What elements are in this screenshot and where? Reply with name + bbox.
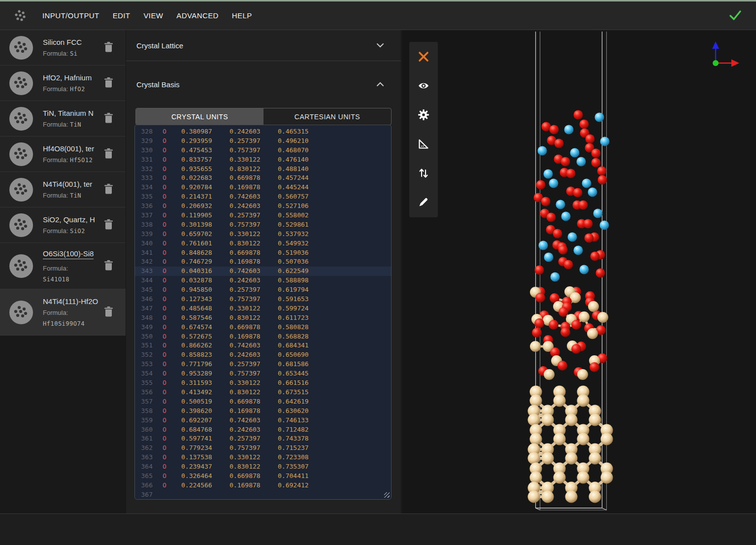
delete-material-button[interactable] xyxy=(102,258,115,274)
delete-material-button[interactable] xyxy=(102,75,115,91)
silicon-atom[interactable] xyxy=(530,395,542,407)
oxygen-atom[interactable] xyxy=(534,318,544,328)
silicon-atom[interactable] xyxy=(542,414,554,426)
oxygen-atom[interactable] xyxy=(532,328,542,338)
oxygen-atom[interactable] xyxy=(541,197,551,206)
oxygen-atom[interactable] xyxy=(596,269,605,278)
delete-material-button[interactable] xyxy=(102,146,115,162)
axes-orientation-widget[interactable] xyxy=(707,39,744,72)
material-item-hfo2-hafnium[interactable]: HfO2, HafniumFormula: HfO2 xyxy=(0,66,126,101)
silicon-atom[interactable] xyxy=(542,452,554,465)
measure-button[interactable] xyxy=(409,129,438,158)
oxygen-atom[interactable] xyxy=(553,229,562,238)
delete-material-button[interactable] xyxy=(102,217,115,233)
hafnium-atom[interactable] xyxy=(582,179,592,188)
silicon-atom[interactable] xyxy=(565,414,578,426)
material-item-hf4o8-001-ter[interactable]: Hf4O8(001), terFormula: Hf5O12 xyxy=(0,136,126,172)
hafnium-atom[interactable] xyxy=(538,146,547,156)
oxygen-atom[interactable] xyxy=(597,167,607,176)
hafnium-atom[interactable] xyxy=(568,233,577,242)
silicon-atom[interactable] xyxy=(528,491,540,503)
structure-3d-viewer[interactable] xyxy=(402,30,756,513)
basis-coordinates-editor[interactable]: 328O0.3809870.2426030.465315329O0.293959… xyxy=(134,125,392,500)
silicon-atom[interactable] xyxy=(565,491,578,503)
hafnium-atom[interactable] xyxy=(551,272,560,282)
silicon-atom[interactable] xyxy=(565,452,578,465)
oxygen-atom[interactable] xyxy=(559,245,568,255)
oxygen-atom[interactable] xyxy=(585,234,594,243)
delete-material-button[interactable] xyxy=(102,305,115,320)
delete-material-button[interactable] xyxy=(102,182,115,198)
menu-help[interactable]: HELP xyxy=(232,11,252,20)
oxygen-atom[interactable] xyxy=(564,260,573,270)
silicon-atom[interactable] xyxy=(589,414,601,426)
hafnium-atom[interactable] xyxy=(588,188,597,197)
edit-button[interactable] xyxy=(409,187,438,216)
silicon-atom[interactable] xyxy=(577,472,590,484)
material-item-n4ti4-001-ter[interactable]: N4Ti4(001), terFormula: TiN xyxy=(0,172,126,207)
oxygen-atom[interactable] xyxy=(598,175,607,185)
oxygen-atom[interactable] xyxy=(592,158,601,168)
silicon-atom[interactable] xyxy=(528,414,540,426)
silicon-atom[interactable] xyxy=(577,369,588,380)
crystal-lattice-section-header[interactable]: Crystal Lattice xyxy=(126,30,401,61)
hafnium-atom[interactable] xyxy=(564,125,574,135)
menu-view[interactable]: VIEW xyxy=(143,11,163,20)
silicon-atom[interactable] xyxy=(597,312,608,323)
silicon-atom[interactable] xyxy=(601,433,613,445)
hafnium-atom[interactable] xyxy=(595,113,604,122)
oxygen-atom[interactable] xyxy=(549,320,559,330)
silicon-atom[interactable] xyxy=(528,452,540,465)
silicon-atom[interactable] xyxy=(554,433,566,445)
oxygen-atom[interactable] xyxy=(584,219,593,229)
oxygen-atom[interactable] xyxy=(558,361,567,371)
delete-material-button[interactable] xyxy=(102,111,115,127)
silicon-atom[interactable] xyxy=(587,328,598,339)
silicon-atom[interactable] xyxy=(530,341,541,352)
hafnium-atom[interactable] xyxy=(600,221,609,230)
oxygen-atom[interactable] xyxy=(591,252,600,261)
tab-crystal-units[interactable]: CRYSTAL UNITS xyxy=(136,108,263,125)
silicon-atom[interactable] xyxy=(554,472,566,484)
silicon-atom[interactable] xyxy=(601,472,613,484)
oxygen-atom[interactable] xyxy=(560,327,570,337)
oxygen-atom[interactable] xyxy=(590,362,599,372)
oxygen-atom[interactable] xyxy=(535,266,544,275)
oxygen-atom[interactable] xyxy=(579,201,588,210)
oxygen-atom[interactable] xyxy=(574,110,583,120)
silicon-atom[interactable] xyxy=(542,491,554,503)
menu-input-output[interactable]: INPUT/OUTPUT xyxy=(42,11,99,20)
material-item-o6si3-100-si8[interactable]: O6Si3(100)-Si8Formula: Si41O18 xyxy=(0,243,126,289)
silicon-atom[interactable] xyxy=(577,395,590,407)
oxygen-atom[interactable] xyxy=(555,139,564,148)
silicon-atom[interactable] xyxy=(554,395,566,407)
material-item-n4ti4-111-hf2o[interactable]: N4Ti4(111)-Hf2OFormula: Hf10Si99O74 xyxy=(0,289,126,336)
menu-edit[interactable]: EDIT xyxy=(113,11,131,20)
editor-resize-handle[interactable] xyxy=(384,492,390,498)
visibility-button[interactable] xyxy=(409,71,438,100)
crystal-basis-section-header[interactable]: Crystal Basis xyxy=(126,69,401,100)
menu-advanced[interactable]: ADVANCED xyxy=(176,11,218,20)
hafnium-atom[interactable] xyxy=(561,212,571,221)
silicon-atom[interactable] xyxy=(577,433,590,445)
oxygen-atom[interactable] xyxy=(580,120,589,129)
hafnium-atom[interactable] xyxy=(539,241,548,250)
oxygen-atom[interactable] xyxy=(573,188,583,198)
material-item-tin-titanium-n[interactable]: TiN, Titanium NFormula: TiN xyxy=(0,101,126,136)
oxygen-atom[interactable] xyxy=(566,169,576,178)
oxygen-atom[interactable] xyxy=(571,320,581,330)
oxygen-atom[interactable] xyxy=(586,135,595,144)
tab-cartesian-units[interactable]: CARTESIAN UNITS xyxy=(263,108,391,125)
material-item-sio2-quartz-h[interactable]: SiO2, Quartz, HFormula: SiO2 xyxy=(0,207,126,243)
oxygen-atom[interactable] xyxy=(547,213,556,222)
silicon-atom[interactable] xyxy=(530,433,542,445)
hafnium-atom[interactable] xyxy=(544,253,554,262)
settings-button[interactable] xyxy=(409,100,438,129)
silicon-atom[interactable] xyxy=(589,491,601,503)
material-item-silicon-fcc[interactable]: Silicon FCCFormula: Si xyxy=(0,30,126,66)
hafnium-atom[interactable] xyxy=(577,157,586,167)
silicon-atom[interactable] xyxy=(544,369,555,380)
oxygen-atom[interactable] xyxy=(536,180,546,190)
hafnium-atom[interactable] xyxy=(556,200,565,209)
oxygen-atom[interactable] xyxy=(561,157,570,167)
